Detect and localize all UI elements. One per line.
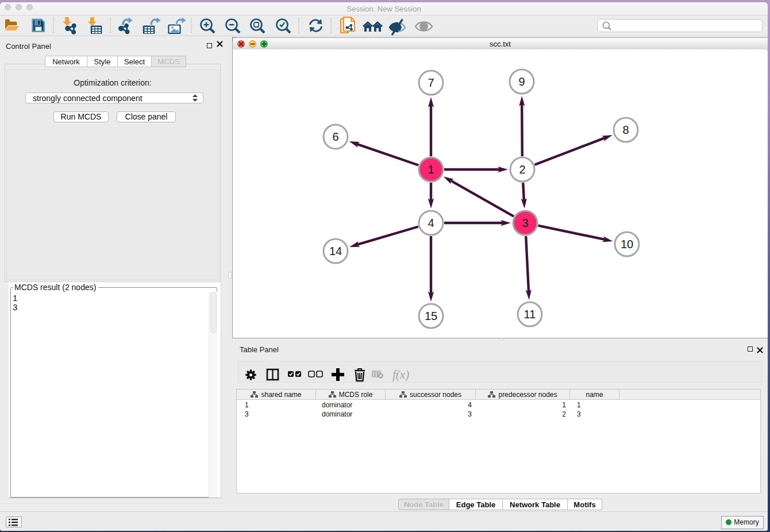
svg-text:2: 2 (519, 163, 525, 176)
svg-text:3: 3 (522, 217, 528, 229)
svg-text:11: 11 (524, 308, 536, 321)
svg-text:9: 9 (518, 75, 525, 88)
svg-text:7: 7 (428, 76, 434, 89)
svg-text:10: 10 (621, 238, 633, 250)
svg-text:6: 6 (332, 130, 338, 143)
svg-text:15: 15 (425, 310, 437, 322)
svg-text:1: 1 (428, 163, 434, 176)
svg-text:8: 8 (622, 124, 629, 136)
svg-text:f(x): f(x) (392, 368, 409, 381)
svg-text:4: 4 (428, 217, 434, 229)
svg-text:14: 14 (329, 245, 342, 257)
